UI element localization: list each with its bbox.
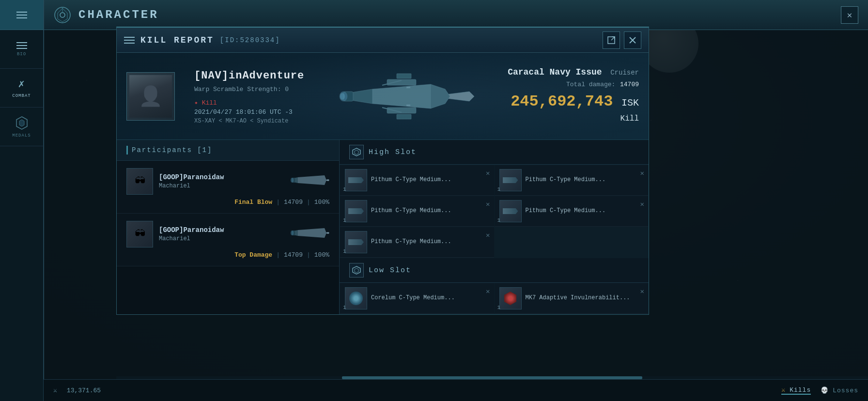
bio-icon	[16, 42, 27, 49]
sidebar-medals-label: Medals	[12, 133, 31, 138]
item-4-icon	[499, 200, 522, 222]
close-icon	[629, 37, 636, 44]
svg-rect-14	[387, 108, 416, 113]
svg-marker-1	[19, 120, 24, 126]
item-1-count: 1	[343, 186, 346, 192]
sidebar-bio-label: Bio	[17, 52, 26, 57]
high-slot-item-3[interactable]: Pithum C-Type Medium... 1 ✕	[340, 196, 494, 227]
hamburger-icon	[16, 12, 27, 18]
participants-panel: Participants [1] [GOOP]Paranoidaw Machar…	[117, 140, 340, 314]
export-icon	[607, 36, 616, 45]
char-header: CHARACTER ✕	[44, 0, 868, 30]
participants-header: Participants [1]	[117, 140, 339, 161]
footer-tab-losses[interactable]: 💀 Losses	[821, 386, 858, 395]
low-slot-section: Low Slot Corelum C-Type Medium... 1 ✕ MK…	[340, 258, 649, 314]
high-slot-item-2[interactable]: Pithum C-Type Medium... 1 ✕	[495, 165, 649, 196]
victim-warp-scramble: Warp Scramble Strength: 0	[194, 86, 304, 93]
kr-actions	[603, 31, 641, 49]
svg-rect-13	[397, 74, 411, 78]
svg-rect-20	[406, 87, 410, 88]
low-slot-item-1[interactable]: Corelum C-Type Medium... 1 ✕	[340, 283, 494, 314]
shield-icon	[352, 148, 361, 156]
item-4-remove[interactable]: ✕	[640, 200, 644, 208]
participant-row-2[interactable]: [GOOP]Paranoidaw Machariel	[117, 214, 339, 266]
victim-avatar	[126, 72, 175, 121]
svg-point-3	[60, 13, 65, 17]
svg-point-28	[291, 178, 294, 183]
char-title: CHARACTER	[78, 8, 159, 21]
sidebar-menu-button[interactable]	[0, 0, 44, 30]
shield-low-icon	[352, 266, 361, 275]
kr-export-button[interactable]	[603, 31, 620, 49]
low-item-1-remove[interactable]: ✕	[486, 287, 490, 295]
svg-marker-30	[298, 228, 326, 238]
participant-2-bottom: Top Damage | 14709 | 100%	[126, 251, 329, 259]
participant-row-1[interactable]: [GOOP]Paranoidaw Machariel	[117, 161, 339, 214]
scrollbar-thumb[interactable]	[342, 376, 643, 379]
participant-2-ship: Machariel	[159, 235, 224, 242]
item-2-remove[interactable]: ✕	[640, 169, 644, 177]
kill-stats: Caracal Navy Issue Cruiser Total damage:…	[508, 67, 639, 123]
low-item-2-count: 1	[497, 305, 501, 310]
participant-2-ship-img	[291, 222, 329, 247]
sidebar-item-bio[interactable]: Bio	[0, 30, 44, 69]
item-2-icon	[499, 169, 522, 191]
sidebar-item-combat[interactable]: ✗ Combat	[0, 69, 44, 108]
kill-report-header: KILL REPORT [ID:5280334]	[117, 28, 649, 53]
ship-svg	[334, 60, 479, 133]
svg-point-33	[291, 231, 294, 235]
low-slot-header: Low Slot	[340, 258, 649, 283]
participant-ship-svg-2	[291, 222, 329, 244]
participant-1-ship-img	[291, 170, 329, 194]
footer-losses-label: Losses	[833, 387, 858, 394]
svg-rect-15	[397, 114, 411, 119]
kr-id: [ID:5280334]	[220, 36, 280, 44]
char-close-button[interactable]: ✕	[841, 6, 858, 24]
item-5-remove[interactable]: ✕	[486, 231, 490, 239]
svg-marker-34	[353, 148, 360, 156]
item-1-name: Pithum C-Type Medium...	[371, 176, 451, 184]
low-item-2-remove[interactable]: ✕	[640, 287, 644, 295]
item-5-count: 1	[343, 248, 346, 254]
combat-icon: ✗	[18, 77, 25, 91]
ship-class: Cruiser	[610, 69, 639, 77]
victim-info: [NAV]inAdventure Warp Scramble Strength:…	[185, 53, 314, 139]
participant-1-info: [GOOP]Paranoidaw Machariel	[159, 173, 224, 189]
kill-location: XS-XAY < MK7-AO < Syndicate	[194, 118, 304, 124]
ship-name: Caracal Navy Issue	[508, 67, 602, 77]
participant-1-top: [GOOP]Paranoidaw Machariel	[126, 168, 329, 195]
isk-line: 245,692,743 ISK	[508, 93, 639, 110]
kr-close-button[interactable]	[624, 31, 641, 49]
item-5-icon	[345, 231, 367, 253]
kill-report-modal: KILL REPORT [ID:5280334] [NAV]inAdventur…	[116, 27, 649, 315]
item-1-icon	[345, 169, 367, 191]
sidebar: Bio ✗ Combat Medals	[0, 0, 44, 401]
footer-tab-kills[interactable]: ⚔ Kills	[781, 386, 811, 395]
footer-stat-value: 13,371.65	[67, 387, 101, 394]
svg-marker-37	[355, 268, 358, 273]
low-slot-icon	[349, 263, 364, 278]
low-item-1-name: Corelum C-Type Medium...	[371, 294, 455, 302]
low-slot-item-2[interactable]: MK7 Adaptive Invulnerabilit... 1 ✕	[495, 283, 649, 314]
horizontal-scrollbar[interactable]	[116, 376, 868, 379]
low-item-2-name: MK7 Adaptive Invulnerabilit...	[526, 294, 630, 302]
header-bar-decoration	[126, 146, 128, 154]
content-area: Participants [1] [GOOP]Paranoidaw Machar…	[117, 140, 649, 314]
high-slot-title: High Slot	[369, 148, 417, 156]
high-slot-item-4[interactable]: Pithum C-Type Medium... 1 ✕	[495, 196, 649, 227]
damage-line: Total damage: 14709	[508, 80, 639, 89]
svg-marker-36	[353, 266, 360, 274]
item-3-remove[interactable]: ✕	[486, 200, 490, 208]
participant-2-info: [GOOP]Paranoidaw Machariel	[159, 226, 224, 242]
sidebar-item-medals[interactable]: Medals	[0, 108, 44, 146]
high-slot-item-1[interactable]: Pithum C-Type Medium... 1 ✕	[340, 165, 494, 196]
item-1-remove[interactable]: ✕	[486, 169, 490, 177]
victim-section: [NAV]inAdventure Warp Scramble Strength:…	[117, 53, 649, 140]
item-4-count: 1	[497, 217, 501, 223]
high-slot-item-5[interactable]: Pithum C-Type Medium... 1 ✕	[340, 227, 494, 258]
participant-ship-svg-1	[291, 170, 329, 191]
isk-label: ISK	[621, 97, 639, 108]
item-5-name: Pithum C-Type Medium...	[371, 238, 451, 246]
svg-marker-10	[372, 84, 435, 108]
svg-point-19	[340, 93, 345, 100]
